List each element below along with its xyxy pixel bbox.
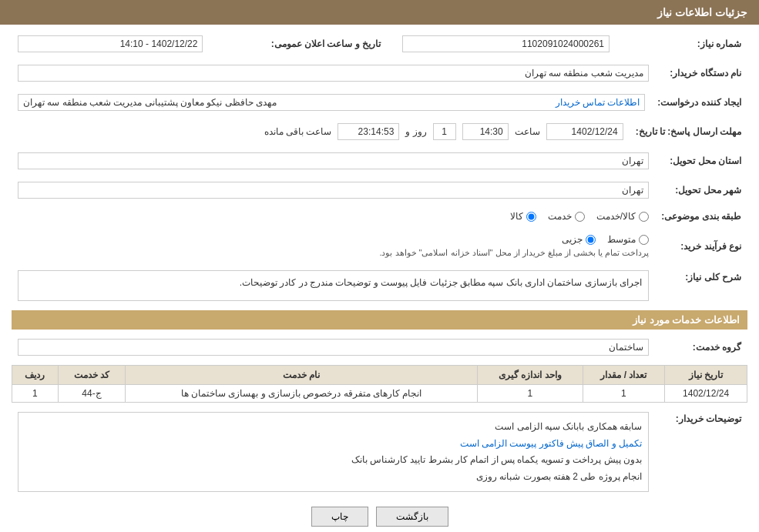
button-row: بازگشت چاپ	[12, 507, 747, 527]
buyer-desc-table: توضیحات خریدار: سابقه همکاری بابانک سپه …	[12, 409, 747, 495]
deadline-label: مهلت ارسال پاسخ: تا تاریخ:	[630, 120, 747, 143]
service-group-value: ساختمان	[18, 339, 649, 356]
remaining-time-label: ساعت باقی مانده	[264, 126, 332, 137]
category-khadamat-radio[interactable]	[575, 212, 585, 222]
category-kala-label: کالا	[510, 211, 523, 222]
category-table: طبقه بندی موضوعی: کالا/خدمت خدمت	[12, 208, 747, 225]
remaining-label: روز و	[405, 126, 426, 137]
process-motavasset-label: متوسط	[607, 234, 636, 245]
deadline-date: 1402/12/24	[546, 123, 623, 140]
cell-quantity: 1	[583, 385, 665, 403]
deadline-days: 1	[433, 123, 456, 140]
category-radio-group: کالا/خدمت خدمت کالا	[18, 211, 649, 222]
process-radio-group: متوسط جزیی	[18, 234, 649, 245]
col-unit: واحد اندازه گیری	[477, 366, 583, 385]
buyer-desc-content: سابقه همکاری بابانک سپه الزامی استتکمیل …	[18, 412, 649, 492]
contact-link[interactable]: اطلاعات تماس خریدار	[556, 97, 640, 108]
buyer-desc-label: توضیحات خریدار:	[655, 409, 747, 495]
buyer-desc-line: بدون پیش پرداخت و تسویه یکماه پس از اتما…	[25, 452, 642, 469]
category-kala-khadamat-label: کالا/خدمت	[596, 211, 636, 222]
process-group: متوسط جزیی پرداخت تمام یا بخشی از مبلغ خ…	[18, 234, 649, 258]
cell-row-num: 1	[12, 385, 59, 403]
buyer-desc-line: انجام پروژه طی 2 هفته بصورت شبانه روزی	[25, 469, 642, 486]
date-label: تاریخ و ساعت اعلان عمومی:	[209, 32, 396, 55]
org-name-label: نام دستگاه خریدار:	[655, 62, 747, 85]
col-service-code: کد خدمت	[58, 366, 126, 385]
content-area: شماره نیاز: 1102091024000261 تاریخ و ساع…	[0, 25, 759, 532]
need-number-label: شماره نیاز:	[616, 32, 747, 55]
buyer-desc-line: سابقه همکاری بابانک سپه الزامی است	[25, 419, 642, 436]
deadline-remaining: 23:14:53	[338, 123, 399, 140]
page-wrapper: جزئیات اطلاعات نیاز شماره نیاز: 11020910…	[0, 0, 759, 532]
col-quantity: تعداد / مقدار	[583, 366, 665, 385]
date-value: 1402/12/22 - 14:10	[18, 35, 203, 52]
process-note: پرداخت تمام یا بخشی از مبلغ خریدار از مح…	[18, 248, 649, 258]
category-khadamat-item: خدمت	[548, 211, 585, 222]
process-table: نوع فرآیند خرید: متوسط جزیی	[12, 231, 747, 261]
deadline-table: مهلت ارسال پاسخ: تا تاریخ: 1402/12/24 سا…	[12, 120, 747, 143]
process-jozvi-radio[interactable]	[586, 235, 596, 245]
org-name-value: مدیریت شعب منطقه سه تهران	[18, 65, 649, 82]
page-header: جزئیات اطلاعات نیاز	[0, 0, 759, 25]
service-group-table: گروه خدمت: ساختمان	[12, 336, 747, 359]
time-label: ساعت	[515, 126, 540, 137]
category-kala-khadamat-item: کالا/خدمت	[596, 211, 649, 222]
need-number-value: 1102091024000261	[402, 35, 610, 52]
table-row: 1402/12/24 1 1 انجام کارهای متفرقه درخصو…	[12, 385, 747, 403]
service-group-label: گروه خدمت:	[655, 336, 747, 359]
creator-label: ایجاد کننده درخواست:	[651, 91, 747, 114]
process-motavasset-item: متوسط	[607, 234, 649, 245]
buyer-desc-link[interactable]: تکمیل و الصاق پیش فاکتور پیوست الزامی اس…	[25, 436, 642, 453]
services-table: تاریخ نیاز تعداد / مقدار واحد اندازه گیر…	[12, 365, 747, 403]
col-date: تاریخ نیاز	[665, 366, 747, 385]
province-table: استان محل تحویل: تهران	[12, 149, 747, 172]
org-name-table: نام دستگاه خریدار: مدیریت شعب منطقه سه ت…	[12, 62, 747, 85]
description-label: شرح کلی نیاز:	[655, 267, 747, 304]
process-label: نوع فرآیند خرید:	[655, 231, 747, 261]
category-kala-item: کالا	[510, 211, 536, 222]
category-label: طبقه بندی موضوعی:	[655, 208, 747, 225]
category-kala-khadamat-radio[interactable]	[639, 212, 649, 222]
print-button[interactable]: چاپ	[311, 507, 368, 527]
cell-date: 1402/12/24	[665, 385, 747, 403]
process-jozvi-label: جزیی	[562, 234, 583, 245]
creator-value: اطلاعات تماس خریدار مهدی حافظی نیکو معاو…	[18, 94, 645, 111]
cell-service-name: انجام کارهای متفرقه درخصوص بازسازی و بهس…	[126, 385, 478, 403]
back-button[interactable]: بازگشت	[376, 507, 448, 527]
cell-unit: 1	[477, 385, 583, 403]
category-kala-radio[interactable]	[526, 212, 536, 222]
col-service-name: نام خدمت	[126, 366, 478, 385]
city-table: شهر محل تحویل: تهران	[12, 179, 747, 202]
creator-table: ایجاد کننده درخواست: اطلاعات تماس خریدار…	[12, 91, 747, 114]
process-jozvi-item: جزیی	[562, 234, 596, 245]
need-number-date-table: شماره نیاز: 1102091024000261 تاریخ و ساع…	[12, 32, 747, 55]
city-label: شهر محل تحویل:	[655, 179, 747, 202]
description-table: شرح کلی نیاز: اجرای بازسازی ساختمان ادار…	[12, 267, 747, 304]
description-value: اجرای بازسازی ساختمان اداری بانک سپه مطا…	[18, 270, 649, 301]
page-title: جزئیات اطلاعات نیاز	[657, 6, 747, 18]
city-value: تهران	[18, 182, 649, 199]
creator-text: مهدی حافظی نیکو معاون پشتیبانی مدیریت شع…	[23, 97, 277, 108]
province-label: استان محل تحویل:	[655, 149, 747, 172]
province-value: تهران	[18, 152, 649, 169]
deadline-time: 14:30	[462, 123, 509, 140]
process-motavasset-radio[interactable]	[639, 235, 649, 245]
cell-service-code: ج-44	[58, 385, 126, 403]
category-khadamat-label: خدمت	[548, 211, 572, 222]
col-row-num: ردیف	[12, 366, 59, 385]
services-section-title: اطلاعات خدمات مورد نیاز	[12, 310, 747, 330]
